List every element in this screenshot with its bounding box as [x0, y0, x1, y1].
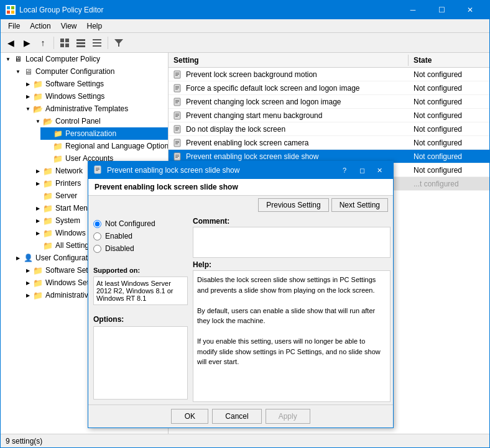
status-text: 9 setting(s): [6, 437, 42, 446]
dialog-title-bar: Prevent enabling lock screen slide show …: [88, 162, 393, 179]
arrow-server: [33, 191, 43, 201]
policy-dialog: Prevent enabling lock screen slide show …: [88, 161, 394, 428]
svg-rect-29: [175, 115, 179, 116]
list-item[interactable]: Force a specific default lock screen and…: [169, 81, 489, 95]
row-text: Prevent changing start menu background: [183, 111, 409, 120]
svg-rect-30: [175, 116, 178, 117]
col-setting: Setting: [169, 55, 409, 66]
svg-rect-4: [60, 39, 64, 42]
svg-rect-12: [93, 42, 101, 43]
dialog-restore-button[interactable]: ◻: [353, 162, 371, 179]
list-item[interactable]: Prevent enabling lock screen camera Not …: [169, 136, 489, 150]
dialog-help-button[interactable]: ?: [336, 162, 353, 179]
toolbar-view1[interactable]: [57, 35, 72, 50]
radio-not-configured[interactable]: Not Configured: [93, 219, 188, 228]
svg-rect-11: [93, 39, 101, 40]
svg-rect-17: [175, 74, 179, 75]
menu-help[interactable]: Help: [82, 21, 108, 32]
ok-button[interactable]: OK: [171, 409, 208, 424]
svg-rect-2: [7, 11, 10, 14]
tree-item-windows-settings[interactable]: ▶ 📁 Windows Settings: [21, 90, 168, 103]
tree-item-computer-config[interactable]: ▼ 🖥 Computer Configuration: [11, 65, 168, 78]
options-label: Options:: [91, 313, 190, 326]
arrow-all-settings: [33, 240, 43, 250]
arrow-windows: ▶: [23, 91, 33, 101]
toolbar-filter[interactable]: [111, 35, 126, 50]
radio-not-configured-input[interactable]: [93, 220, 101, 228]
list-item[interactable]: Prevent lock screen background motion No…: [169, 68, 489, 81]
help-text: Disables the lock screen slide show sett…: [197, 276, 381, 365]
window-title: Local Group Policy Editor: [19, 6, 399, 14]
menu-file[interactable]: File: [3, 21, 25, 32]
dialog-title: Prevent enabling lock screen slide show: [107, 166, 336, 175]
svg-rect-1: [11, 6, 14, 9]
folder-network-icon: 📁: [43, 166, 53, 176]
tree-item-control-panel[interactable]: ▼ 📂 Control Panel: [30, 115, 168, 127]
tree-item-personalization[interactable]: 📁 Personalization: [40, 127, 168, 140]
close-button[interactable]: ✕: [456, 1, 484, 19]
svg-marker-14: [114, 39, 123, 47]
svg-rect-42: [175, 157, 178, 158]
folder-personalization-icon: 📁: [53, 129, 63, 139]
toolbar-view3[interactable]: [90, 35, 104, 50]
label-printers: Printers: [55, 179, 81, 188]
list-item[interactable]: Prevent changing start menu background N…: [169, 109, 489, 122]
toolbar-up[interactable]: ↑: [35, 35, 50, 50]
toolbar-back[interactable]: ◀: [3, 35, 18, 50]
toolbar: ◀ ▶ ↑: [1, 33, 489, 53]
arrow-user-admin: ▶: [23, 290, 33, 300]
menu-view[interactable]: View: [56, 21, 82, 32]
folder-user-accounts-icon: 📁: [53, 153, 63, 163]
label-server: Server: [55, 191, 77, 200]
toolbar-forward[interactable]: ▶: [19, 35, 34, 50]
dialog-close-button[interactable]: ✕: [371, 162, 388, 179]
policy-icon: [171, 68, 183, 81]
radio-disabled-input[interactable]: [93, 245, 101, 253]
dialog-subtitle: Prevent enabling lock screen slide show: [88, 179, 393, 196]
label-computer-config: Computer Configuration: [35, 67, 114, 76]
cancel-button[interactable]: Cancel: [212, 409, 261, 424]
folder-windows-c-icon: 📁: [43, 228, 53, 238]
arrow-printers: ▶: [33, 178, 43, 188]
svg-rect-8: [76, 39, 85, 41]
row-text: Prevent enabling lock screen slide show: [183, 152, 409, 161]
row-text: Do not display the lock screen: [183, 125, 409, 134]
tree-item-regional[interactable]: 📁 Regional and Language Option...: [40, 140, 168, 152]
radio-disabled[interactable]: Disabled: [93, 244, 188, 253]
label-admin-templates: Administrative Templates: [45, 104, 128, 113]
menu-action[interactable]: Action: [25, 21, 55, 32]
apply-button[interactable]: Apply: [266, 409, 310, 424]
row-state: Not configured: [409, 166, 489, 175]
radio-group: Not Configured Enabled Disabled: [91, 217, 190, 259]
tree-item-software-settings[interactable]: ▶ 📁 Software Settings: [21, 78, 168, 90]
maximize-button[interactable]: ☐: [427, 1, 456, 19]
svg-rect-6: [60, 43, 64, 47]
list-item[interactable]: Prevent changing lock screen and logon i…: [169, 95, 489, 109]
folder-user-windows-icon: 📁: [33, 278, 43, 288]
supported-label: Supported on:: [93, 267, 188, 274]
toolbar-view2[interactable]: [73, 35, 88, 50]
svg-rect-13: [93, 45, 101, 47]
tree-item-local-computer-policy[interactable]: ▼ 🖥 Local Computer Policy: [1, 53, 168, 65]
col-state: State: [409, 55, 489, 66]
policy-icon: [171, 137, 183, 149]
row-state: Not configured: [409, 125, 489, 134]
row-state: Not configured: [409, 98, 489, 106]
radio-enabled-input[interactable]: [93, 232, 101, 240]
policy-icon: [171, 109, 183, 122]
dialog-controls: ? ◻ ✕: [336, 162, 388, 179]
comment-label: Comment:: [193, 217, 391, 226]
minimize-button[interactable]: ─: [399, 1, 427, 19]
next-setting-button[interactable]: Next Setting: [331, 198, 388, 212]
folder-server-icon: 📁: [43, 191, 53, 201]
computer-icon: 🖥: [13, 54, 23, 64]
comment-box[interactable]: [193, 227, 391, 258]
tree-item-admin-templates[interactable]: ▼ 📂 Administrative Templates: [21, 103, 168, 115]
row-state: Not configured: [409, 152, 489, 161]
dialog-icon: [93, 165, 103, 175]
radio-enabled[interactable]: Enabled: [93, 232, 188, 240]
dialog-right-panel: Comment: Help: Disables the lock screen …: [193, 217, 391, 402]
prev-setting-button[interactable]: Previous Setting: [258, 198, 328, 212]
arrow-regional: [43, 141, 53, 151]
list-item[interactable]: Do not display the lock screen Not confi…: [169, 122, 489, 136]
